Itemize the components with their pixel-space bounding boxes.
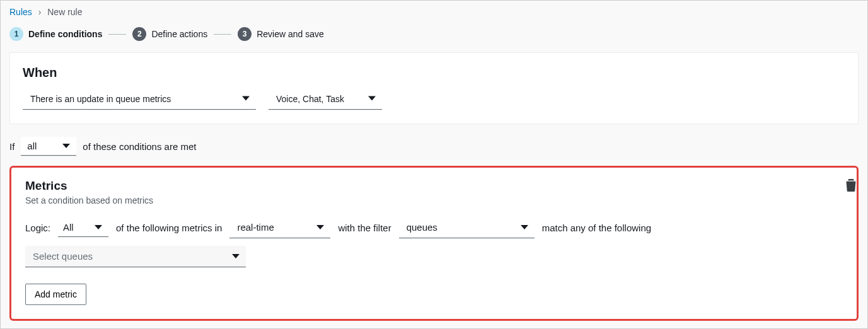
logic-text-3: match any of the following bbox=[542, 222, 651, 233]
step-define-actions[interactable]: 2 Define actions bbox=[132, 27, 207, 41]
caret-down-icon bbox=[62, 141, 70, 151]
page-root: Rules › New rule 1 Define conditions 2 D… bbox=[0, 0, 868, 329]
step-define-conditions[interactable]: 1 Define conditions bbox=[9, 27, 102, 41]
trash-icon bbox=[845, 183, 857, 193]
logic-text-1: of the following metrics in bbox=[116, 222, 222, 233]
caret-down-icon bbox=[368, 94, 376, 104]
delete-condition-button[interactable] bbox=[843, 176, 859, 196]
queues-select[interactable]: Select queues bbox=[25, 246, 246, 267]
step-number: 1 bbox=[9, 27, 23, 41]
breadcrumb-current: New rule bbox=[47, 7, 82, 17]
if-suffix: of these conditions are met bbox=[83, 141, 196, 152]
step-connector bbox=[214, 34, 231, 35]
when-panel: When There is an update in queue metrics… bbox=[9, 52, 859, 124]
caret-down-icon bbox=[521, 222, 528, 233]
if-condition-line: If all of these conditions are met bbox=[1, 124, 867, 166]
chevron-right-icon: › bbox=[38, 7, 42, 17]
metrics-condition-card: Metrics Set a condition based on metrics… bbox=[9, 166, 859, 321]
step-label: Define actions bbox=[151, 29, 207, 39]
breadcrumb-link-rules[interactable]: Rules bbox=[9, 7, 32, 17]
add-metric-button[interactable]: Add metric bbox=[25, 284, 86, 305]
caret-down-icon bbox=[316, 222, 324, 233]
breadcrumb: Rules › New rule bbox=[1, 1, 867, 21]
caret-down-icon bbox=[232, 251, 240, 262]
event-type-select[interactable]: There is an update in queue metrics bbox=[23, 89, 256, 110]
step-label: Review and save bbox=[257, 29, 324, 39]
select-value: real-time bbox=[237, 222, 274, 233]
step-review-save[interactable]: 3 Review and save bbox=[238, 27, 324, 41]
step-label: Define conditions bbox=[28, 29, 102, 39]
when-title: When bbox=[23, 66, 845, 80]
interval-select[interactable]: real-time bbox=[229, 217, 330, 238]
metrics-logic-row: Logic: All of the following metrics in r… bbox=[25, 217, 843, 267]
filter-select[interactable]: queues bbox=[399, 217, 535, 238]
select-value: Voice, Chat, Task bbox=[276, 94, 344, 104]
logic-text-2: with the filter bbox=[338, 222, 391, 233]
logic-label: Logic: bbox=[25, 222, 50, 233]
select-value: all bbox=[27, 141, 37, 151]
caret-down-icon bbox=[95, 222, 102, 233]
wizard-stepper: 1 Define conditions 2 Define actions 3 R… bbox=[1, 21, 867, 52]
select-placeholder: Select queues bbox=[33, 251, 93, 262]
select-value: All bbox=[63, 222, 74, 233]
metrics-subtitle: Set a condition based on metrics bbox=[25, 195, 843, 205]
step-connector bbox=[108, 34, 126, 35]
logic-select[interactable]: All bbox=[58, 218, 108, 237]
caret-down-icon bbox=[242, 94, 250, 104]
step-number: 3 bbox=[238, 27, 252, 41]
if-mode-select[interactable]: all bbox=[21, 137, 76, 156]
if-prefix: If bbox=[9, 141, 14, 152]
metrics-title: Metrics bbox=[25, 179, 843, 193]
select-value: queues bbox=[407, 222, 437, 233]
step-number: 2 bbox=[132, 27, 146, 41]
channel-select[interactable]: Voice, Chat, Task bbox=[269, 89, 382, 110]
select-value: There is an update in queue metrics bbox=[30, 94, 171, 104]
